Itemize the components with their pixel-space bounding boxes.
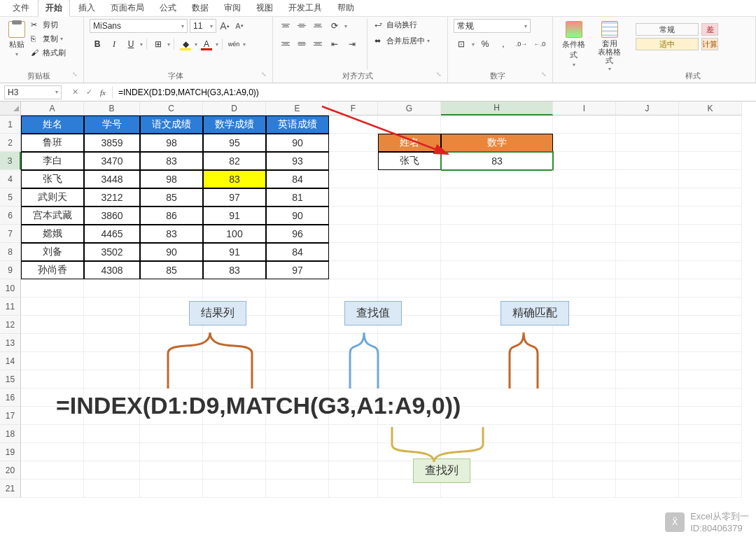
cell-E11[interactable] <box>266 298 329 316</box>
cell-K1[interactable] <box>679 115 742 134</box>
cell-E6[interactable]: 90 <box>266 206 329 225</box>
cell-I6[interactable] <box>553 206 616 225</box>
cell-E4[interactable]: 84 <box>266 170 329 188</box>
cell-J9[interactable] <box>616 261 679 279</box>
name-box[interactable]: H3▾ <box>4 85 62 99</box>
menu-view[interactable]: 视图 <box>249 0 280 16</box>
grow-font-button[interactable]: A▴ <box>218 19 231 33</box>
cell-A2[interactable]: 鲁班 <box>21 134 84 152</box>
cell-J20[interactable] <box>616 461 679 479</box>
menu-file[interactable]: 文件 <box>6 0 36 16</box>
cell-H3[interactable]: 83 <box>441 152 553 170</box>
cell-B1[interactable]: 学号 <box>84 115 140 134</box>
cell-B10[interactable] <box>84 279 140 298</box>
cell-I4[interactable] <box>553 170 616 188</box>
orientation-button[interactable]: ⟳ <box>327 19 342 33</box>
align-right-button[interactable] <box>311 37 325 50</box>
row-header-12[interactable]: 12 <box>0 316 21 334</box>
cell-J12[interactable] <box>616 316 679 334</box>
row-header-7[interactable]: 7 <box>0 225 21 243</box>
style-bad[interactable]: 差 <box>701 23 718 36</box>
cell-D4[interactable]: 83 <box>203 170 266 188</box>
dialog-launcher-icon[interactable]: ⤡ <box>261 71 267 78</box>
dialog-launcher-icon[interactable]: ⤡ <box>541 71 547 78</box>
cell-K4[interactable] <box>679 170 742 188</box>
cell-E10[interactable] <box>266 279 329 298</box>
copy-button[interactable]: ⎘复制▾ <box>31 33 66 45</box>
cell-E1[interactable]: 英语成绩 <box>266 115 329 134</box>
cell-B9[interactable]: 4308 <box>84 261 140 279</box>
percent-button[interactable]: % <box>477 37 493 51</box>
cell-G6[interactable] <box>378 206 441 225</box>
dialog-launcher-icon[interactable]: ⤡ <box>436 71 442 78</box>
row-header-15[interactable]: 15 <box>0 370 21 388</box>
row-header-11[interactable]: 11 <box>0 298 21 316</box>
align-middle-button[interactable] <box>295 19 309 31</box>
align-center-button[interactable] <box>295 37 309 50</box>
cell-H8[interactable] <box>441 243 553 261</box>
cell-H6[interactable] <box>441 206 553 225</box>
cell-A8[interactable]: 刘备 <box>21 243 84 261</box>
cell-G7[interactable] <box>378 225 441 243</box>
col-header-C[interactable]: C <box>140 102 203 115</box>
cell-J4[interactable] <box>616 170 679 188</box>
cell-J1[interactable] <box>616 115 679 134</box>
cell-A4[interactable]: 张飞 <box>21 170 84 188</box>
row-header-14[interactable]: 14 <box>0 352 21 370</box>
table-format-button[interactable]: 套用 表格格式 ▾ <box>594 19 624 74</box>
cell-K16[interactable] <box>679 388 742 407</box>
cell-H4[interactable] <box>441 170 553 188</box>
currency-button[interactable]: ⊡ <box>454 37 469 51</box>
cell-B7[interactable]: 4465 <box>84 225 140 243</box>
cell-H5[interactable] <box>441 188 553 206</box>
cell-K10[interactable] <box>679 279 742 298</box>
col-header-G[interactable]: G <box>378 102 441 115</box>
cell-G2[interactable]: 姓名 <box>378 134 441 152</box>
cell-E9[interactable]: 97 <box>266 261 329 279</box>
menu-insert[interactable]: 插入 <box>71 0 102 16</box>
cell-K18[interactable] <box>679 425 742 443</box>
cell-K11[interactable] <box>679 298 742 316</box>
style-calc[interactable]: 计算 <box>701 38 718 50</box>
cell-K8[interactable] <box>679 243 742 261</box>
paste-button[interactable]: 粘贴 ▾ <box>6 19 28 59</box>
cell-J10[interactable] <box>616 279 679 298</box>
cell-J5[interactable] <box>616 188 679 206</box>
menu-home[interactable]: 开始 <box>38 0 70 17</box>
cell-J21[interactable] <box>616 479 679 498</box>
col-header-E[interactable]: E <box>266 102 329 115</box>
cell-F7[interactable] <box>329 225 378 243</box>
cell-J15[interactable] <box>616 370 679 388</box>
cell-D8[interactable]: 91 <box>203 243 266 261</box>
indent-dec-button[interactable]: ⇤ <box>327 37 342 51</box>
cell-G4[interactable] <box>378 170 441 188</box>
cell-F4[interactable] <box>329 170 378 188</box>
cell-F2[interactable] <box>329 134 378 152</box>
cell-K20[interactable] <box>679 461 742 479</box>
menu-help[interactable]: 帮助 <box>330 0 361 16</box>
cell-E2[interactable]: 90 <box>266 134 329 152</box>
cell-H10[interactable] <box>441 279 553 298</box>
cell-A3[interactable]: 李白 <box>21 152 84 170</box>
cell-K9[interactable] <box>679 261 742 279</box>
cell-I1[interactable] <box>553 115 616 134</box>
col-header-A[interactable]: A <box>21 102 84 115</box>
col-header-H[interactable]: H <box>441 102 553 115</box>
merge-center-button[interactable]: ⬌合并后居中▾ <box>374 35 430 47</box>
cell-C9[interactable]: 85 <box>140 261 203 279</box>
cell-C1[interactable]: 语文成绩 <box>140 115 203 134</box>
align-left-button[interactable] <box>279 37 293 50</box>
cell-C3[interactable]: 83 <box>140 152 203 170</box>
cell-K19[interactable] <box>679 443 742 461</box>
align-bottom-button[interactable] <box>311 19 325 31</box>
cell-G5[interactable] <box>378 188 441 206</box>
cell-J16[interactable] <box>616 388 679 407</box>
row-header-9[interactable]: 9 <box>0 261 21 279</box>
cell-J8[interactable] <box>616 243 679 261</box>
conditional-format-button[interactable]: 条件格式 ▾ <box>559 19 589 70</box>
cell-J18[interactable] <box>616 425 679 443</box>
cell-H2[interactable]: 数学 <box>441 134 553 152</box>
select-all-corner[interactable] <box>0 102 21 115</box>
cell-F3[interactable] <box>329 152 378 170</box>
cell-I10[interactable] <box>553 279 616 298</box>
